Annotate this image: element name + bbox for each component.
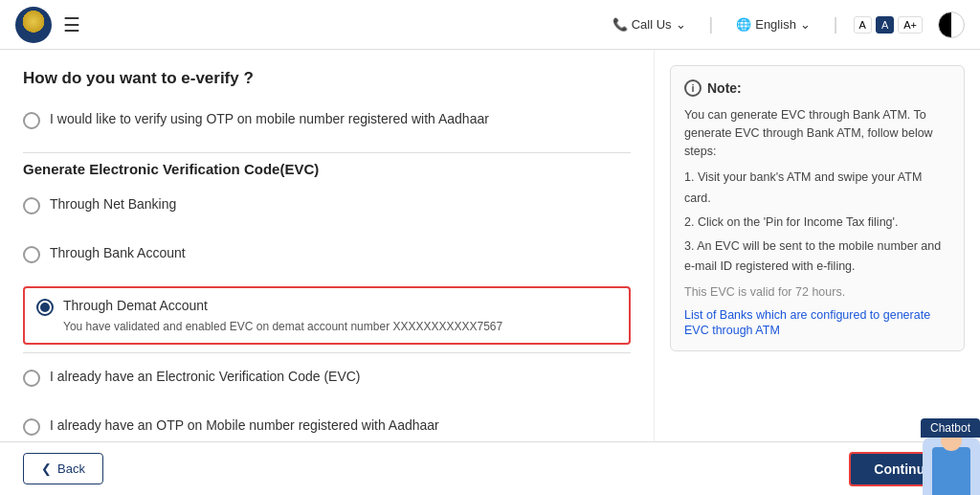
language-label: English (755, 17, 796, 32)
separator-1: | (709, 14, 714, 34)
font-small-button[interactable]: A (854, 16, 872, 34)
note-step-3: 3. An EVC will be sent to the mobile num… (684, 236, 950, 278)
header-left: ☰ (15, 7, 80, 43)
net-banking-radio[interactable] (23, 197, 40, 214)
back-arrow-icon: ❮ (41, 461, 52, 476)
net-banking-label: Through Net Banking (50, 196, 176, 212)
font-controls: A A A+ (854, 16, 923, 34)
aadhaar-otp-radio[interactable] (23, 112, 40, 129)
already-evc-option-group: I already have an Electronic Verificatio… (23, 361, 631, 394)
left-panel: How do you want to e-verify ? I would li… (0, 50, 655, 495)
note-intro-text: You can generate EVC through Bank ATM. T… (684, 106, 950, 160)
net-banking-option[interactable]: Through Net Banking (23, 189, 631, 222)
font-medium-button[interactable]: A (876, 16, 894, 34)
avatar-head (941, 438, 962, 451)
chatbot-avatar[interactable] (923, 438, 980, 495)
language-chevron-icon: ⌄ (800, 17, 811, 32)
demat-account-label: Through Demat Account (63, 298, 208, 313)
already-evc-radio[interactable] (23, 370, 40, 387)
evc-section-title: Generate Electronic Verification Code(EV… (23, 161, 631, 177)
language-button[interactable]: 🌐 English ⌄ (728, 13, 818, 35)
globe-icon: 🌐 (736, 17, 751, 32)
net-banking-option-group: Through Net Banking (23, 189, 631, 222)
page-title: How do you want to e-verify ? (23, 69, 631, 88)
chatbot-label[interactable]: Chatbot (921, 418, 980, 438)
back-label: Back (57, 461, 85, 476)
demat-account-option-group[interactable]: Through Demat Account You have validated… (23, 286, 631, 345)
already-otp-option[interactable]: I already have an OTP on Mobile number r… (23, 410, 631, 443)
divider-1 (23, 152, 631, 153)
already-otp-radio[interactable] (23, 418, 40, 436)
note-valid-text: This EVC is valid for 72 hours. (684, 285, 950, 299)
logo-icon (15, 7, 52, 43)
aadhaar-otp-option-group: I would like to verify using OTP on mobi… (23, 103, 631, 137)
phone-icon: 📞 (612, 17, 628, 32)
font-large-button[interactable]: A+ (898, 16, 923, 34)
avatar-body (932, 447, 970, 495)
divider-2 (23, 352, 631, 353)
demat-account-radio[interactable] (36, 299, 54, 316)
note-step-2: 2. Click on the 'Pin for Income Tax fili… (684, 213, 950, 233)
footer: ❮ Back Continue (0, 441, 980, 495)
contrast-button[interactable] (938, 11, 965, 38)
note-box: i Note: You can generate EVC through Ban… (670, 65, 965, 351)
note-title: Note: (707, 80, 742, 96)
info-icon: i (684, 79, 702, 97)
already-evc-label: I already have an Electronic Verificatio… (50, 369, 361, 384)
hamburger-menu-icon[interactable]: ☰ (63, 13, 80, 36)
back-button[interactable]: ❮ Back (23, 453, 103, 484)
note-step-1: 1. Visit your bank's ATM and swipe your … (684, 168, 950, 209)
already-evc-option[interactable]: I already have an Electronic Verificatio… (23, 361, 631, 394)
banks-link[interactable]: List of Banks which are configured to ge… (684, 308, 930, 337)
bank-account-radio[interactable] (23, 246, 40, 263)
chatbot-area[interactable]: Chatbot (921, 418, 980, 495)
note-steps: 1. Visit your bank's ATM and swipe your … (684, 168, 950, 277)
header: ☰ 📞 Call Us ⌄ | 🌐 English ⌄ | A A A+ (0, 0, 980, 50)
header-right: 📞 Call Us ⌄ | 🌐 English ⌄ | A A A+ (605, 11, 965, 38)
bank-account-option[interactable]: Through Bank Account (23, 237, 631, 271)
already-otp-label: I already have an OTP on Mobile number r… (50, 417, 439, 433)
note-header: i Note: (684, 79, 950, 97)
already-otp-option-group: I already have an OTP on Mobile number r… (23, 410, 631, 443)
aadhaar-otp-option[interactable]: I would like to verify using OTP on mobi… (23, 103, 631, 137)
call-us-label: Call Us (632, 17, 672, 32)
demat-account-option[interactable]: Through Demat Account (36, 298, 617, 316)
separator-2: | (834, 14, 838, 34)
bank-account-option-group: Through Bank Account (23, 237, 631, 271)
bank-account-label: Through Bank Account (50, 245, 186, 260)
main-content: How do you want to e-verify ? I would li… (0, 50, 980, 495)
call-us-chevron-icon: ⌄ (676, 17, 686, 32)
aadhaar-otp-label: I would like to verify using OTP on mobi… (50, 111, 489, 126)
call-us-button[interactable]: 📞 Call Us ⌄ (605, 13, 694, 35)
demat-account-sub-text: You have validated and enabled EVC on de… (63, 320, 617, 333)
